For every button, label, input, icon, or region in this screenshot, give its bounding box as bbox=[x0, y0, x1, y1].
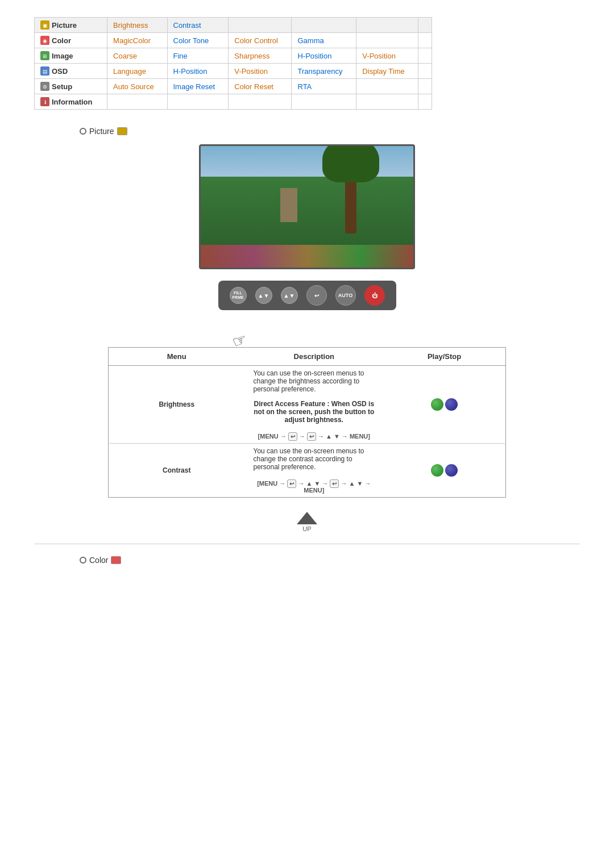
picture-menu-icon: ▣ bbox=[40, 20, 49, 30]
monitor-container bbox=[199, 144, 415, 269]
image-menu-icon: ⊞ bbox=[40, 51, 49, 60]
brightness-playstop bbox=[383, 366, 505, 444]
contrast-path: [MENU → ↩ → ▲ ▼ → ↩ → ▲ ▼ → MENU] bbox=[244, 474, 383, 498]
nav-label-picture[interactable]: ▣Picture bbox=[35, 18, 107, 33]
picture-label: Picture bbox=[89, 127, 114, 136]
contrast-stop-btn[interactable] bbox=[445, 464, 458, 477]
nav-item bbox=[418, 94, 432, 110]
nav-item bbox=[356, 79, 418, 94]
nav-label-image[interactable]: ⊞Image bbox=[35, 48, 107, 64]
up-button[interactable]: UP bbox=[297, 512, 317, 532]
color-section-title: Color bbox=[80, 556, 580, 565]
nav-item[interactable]: Color Control bbox=[229, 33, 292, 48]
nav-item bbox=[418, 18, 432, 33]
nav-item bbox=[418, 48, 432, 64]
nav-label-osd[interactable]: ▤OSD bbox=[35, 64, 107, 79]
nav-item[interactable]: Language bbox=[107, 64, 167, 79]
up-arrow-icon bbox=[297, 512, 317, 524]
remote-auto-btn[interactable]: AUTO bbox=[335, 285, 356, 306]
nav-item[interactable]: RTA bbox=[292, 79, 356, 94]
tree-top bbox=[322, 144, 379, 182]
nav-item[interactable]: Coarse bbox=[107, 48, 167, 64]
navigation-table: ▣PictureBrightnessContrast◉ColorMagicCol… bbox=[34, 17, 432, 110]
table-row: Contrast You can use the on-screen menus… bbox=[109, 444, 506, 475]
brightness-desc2: Direct Access Feature : When OSD is not … bbox=[244, 397, 383, 427]
nav-item[interactable]: Display Time bbox=[356, 64, 418, 79]
circle-icon bbox=[80, 128, 86, 135]
remote-adjust-btn[interactable]: ▲▼ bbox=[281, 287, 298, 304]
setup-menu-icon: ⚙ bbox=[40, 82, 49, 91]
nav-item[interactable]: V-Position bbox=[356, 48, 418, 64]
color-circle-icon bbox=[80, 557, 86, 564]
nav-item bbox=[229, 94, 292, 110]
color-label: Color bbox=[89, 556, 108, 565]
nav-item bbox=[107, 94, 167, 110]
remote-container: FILLFRME ▲▼ ▲▼ ↩ AUTO ⏻ ☞ bbox=[34, 281, 580, 333]
nav-item[interactable]: MagicColor bbox=[107, 33, 167, 48]
playstop-header: Play/Stop bbox=[383, 348, 505, 366]
nav-item bbox=[229, 18, 292, 33]
brightness-label: Brightness bbox=[109, 366, 245, 444]
nav-item bbox=[292, 18, 356, 33]
brightness-play-btn[interactable] bbox=[431, 398, 443, 411]
nav-item[interactable]: Color Tone bbox=[167, 33, 229, 48]
nav-item[interactable]: V-Position bbox=[229, 64, 292, 79]
nav-item bbox=[418, 79, 432, 94]
tree-trunk bbox=[345, 177, 356, 233]
sky-bg bbox=[201, 146, 413, 180]
brightness-path: [MENU → ↩ → ↩ → ▲ ▼ → MENU] bbox=[244, 427, 383, 444]
picture-section-title: Picture bbox=[80, 127, 580, 136]
remote-updown-btn[interactable]: ▲▼ bbox=[255, 287, 272, 304]
nav-item bbox=[356, 33, 418, 48]
osd-menu-icon: ▤ bbox=[40, 66, 49, 76]
nav-item[interactable]: Gamma bbox=[292, 33, 356, 48]
nav-item bbox=[418, 64, 432, 79]
nav-item bbox=[167, 94, 229, 110]
contrast-label: Contrast bbox=[109, 444, 245, 498]
pagoda bbox=[280, 188, 297, 222]
table-row: Brightness You can use the on-screen men… bbox=[109, 366, 506, 397]
monitor-screen bbox=[199, 144, 415, 269]
nav-item[interactable]: Transparency bbox=[292, 64, 356, 79]
nav-item[interactable]: Contrast bbox=[167, 18, 229, 33]
contrast-playstop bbox=[383, 444, 505, 498]
nav-label-color[interactable]: ◉Color bbox=[35, 33, 107, 48]
nav-item bbox=[356, 18, 418, 33]
nav-item[interactable]: H-Position bbox=[167, 64, 229, 79]
contrast-play-btn[interactable] bbox=[431, 464, 443, 477]
nav-item[interactable]: Fine bbox=[167, 48, 229, 64]
brightness-stop-btn[interactable] bbox=[445, 398, 458, 411]
nav-item[interactable]: Color Reset bbox=[229, 79, 292, 94]
color-icon-btn[interactable] bbox=[111, 556, 121, 564]
nav-item bbox=[356, 94, 418, 110]
nav-item[interactable]: Image Reset bbox=[167, 79, 229, 94]
brightness-desc1: You can use the on-screen menus to chang… bbox=[244, 366, 383, 397]
flowers bbox=[201, 245, 413, 268]
nav-item[interactable]: H-Position bbox=[292, 48, 356, 64]
remote-fill-frame-btn[interactable]: FILLFRME bbox=[230, 287, 247, 304]
contrast-desc1: You can use the on-screen menus to chang… bbox=[244, 444, 383, 475]
section-divider bbox=[34, 544, 580, 544]
description-table: Menu Description Play/Stop Brightness Yo… bbox=[108, 347, 506, 498]
nav-item[interactable]: Sharpness bbox=[229, 48, 292, 64]
description-header: Description bbox=[244, 348, 383, 366]
up-label: UP bbox=[302, 525, 311, 532]
nav-item bbox=[292, 94, 356, 110]
nav-label-setup[interactable]: ⚙Setup bbox=[35, 79, 107, 94]
up-button-container: UP bbox=[34, 512, 580, 532]
nav-item[interactable]: Brightness bbox=[107, 18, 167, 33]
nav-item[interactable]: Auto Source bbox=[107, 79, 167, 94]
remote-bar: FILLFRME ▲▼ ▲▼ ↩ AUTO ⏻ bbox=[218, 281, 396, 310]
information-menu-icon: ℹ bbox=[40, 97, 49, 106]
nav-item bbox=[418, 33, 432, 48]
picture-icon-btn[interactable] bbox=[117, 127, 127, 135]
nav-label-information[interactable]: ℹInformation bbox=[35, 94, 107, 110]
remote-power-btn[interactable]: ⏻ bbox=[364, 285, 385, 306]
remote-enter-btn[interactable]: ↩ bbox=[306, 285, 327, 306]
menu-header: Menu bbox=[109, 348, 245, 366]
color-menu-icon: ◉ bbox=[40, 36, 49, 45]
